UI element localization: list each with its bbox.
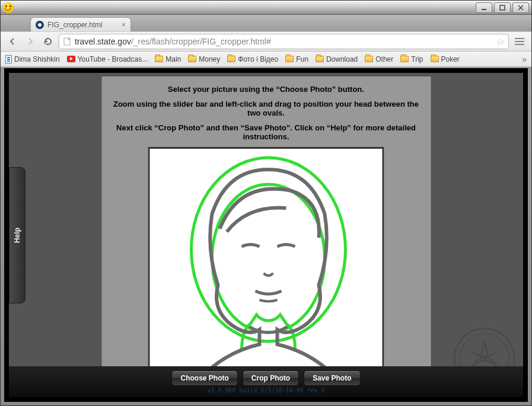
folder-icon [155,56,163,62]
page-icon [63,37,71,46]
bookmark-label: Money [199,55,220,63]
bookmark-item[interactable]: Dima Shishkin [5,55,60,63]
bookmark-label: YouTube - Broadcas... [78,55,148,63]
bookmark-label: Poker [441,55,460,63]
folder-icon [400,56,409,62]
favicon-seal-icon [36,21,44,29]
folder-icon [188,56,196,62]
folder-icon [316,56,324,62]
bookmark-item[interactable]: Main [155,55,181,63]
close-button[interactable] [512,2,529,13]
help-pullout-tab[interactable]: Help [9,167,26,303]
browser-toolbar: travel.state.gov/_res/flash/cropper/FIG_… [1,31,531,52]
flash-stage: Help Select your picture using the “Choo… [9,73,523,397]
bookmark-item[interactable]: Download [316,55,358,63]
window-controls [476,2,529,13]
svg-rect-1 [500,5,505,10]
bookmarks-bar: Dima Shishkin YouTube - Broadcas... Main… [1,52,531,67]
folder-icon [227,56,235,62]
folder-icon [431,56,439,62]
save-photo-button[interactable]: Save Photo [304,370,360,386]
bookmark-label: Dima Shishkin [14,55,60,63]
folder-icon [285,56,294,62]
bookmark-item[interactable]: Trip [400,55,423,63]
url-bar[interactable]: travel.state.gov/_res/flash/cropper/FIG_… [59,34,509,49]
bookmarks-overflow-icon[interactable]: » [522,55,527,64]
browser-tab[interactable]: FIG_cropper.html × [30,17,131,31]
bookmark-item[interactable]: Other [365,55,393,63]
crop-guide-illustration [150,149,384,383]
crop-frame[interactable] [148,147,384,383]
bookmark-label: Фото і Відео [238,55,278,63]
bottom-action-bar: Choose Photo Crop Photo Save Photo v1.0.… [9,366,523,397]
tab-title: FIG_cropper.html [47,21,103,29]
instruction-line-3: Next click “Crop Photo” and then “Save P… [107,123,425,141]
bookmark-star-icon[interactable]: ☆ [496,36,505,47]
maximize-button[interactable] [494,2,511,13]
back-button[interactable] [5,34,20,49]
tab-strip: FIG_cropper.html × [1,15,531,31]
bookmark-item[interactable]: YouTube - Broadcas... [67,55,148,63]
window-frame: FIG_cropper.html × travel.state.gov/_res… [0,0,532,406]
folder-icon [365,56,373,62]
titlebar [1,1,531,15]
menu-button[interactable] [512,38,527,45]
forward-button[interactable] [23,34,37,49]
reload-button[interactable] [41,34,55,49]
instruction-line-1: Select your picture using the “Choose Ph… [107,85,425,94]
crop-photo-button[interactable]: Crop Photo [243,370,299,386]
instruction-line-2: Zoom using the slider bar and left-click… [107,100,425,117]
doc-icon [5,55,12,63]
choose-photo-button[interactable]: Choose Photo [171,370,237,386]
url-text: travel.state.gov/_res/flash/cropper/FIG_… [75,37,493,46]
svg-rect-0 [482,9,486,10]
bookmark-item[interactable]: Фото і Відео [227,55,278,63]
build-info: v1.0.960 build 5/5/10-14:00 rev 5 [207,387,325,394]
svg-point-4 [212,184,325,333]
bookmark-label: Other [375,55,393,63]
bookmark-label: Download [326,55,358,63]
minimize-button[interactable] [476,2,492,13]
bookmark-item[interactable]: Money [188,55,220,63]
smiley-icon [3,2,14,13]
bookmark-label: Trip [411,55,423,63]
bookmark-label: Fun [296,55,308,63]
bookmark-item[interactable]: Fun [285,55,308,63]
help-tab-label: Help [13,227,21,242]
tab-close-icon[interactable]: × [121,20,126,29]
bookmark-label: Main [165,55,181,63]
content-area: Help Select your picture using the “Choo… [4,68,528,402]
cropper-panel: Select your picture using the “Choose Ph… [101,76,431,367]
youtube-icon [67,56,75,62]
bookmark-item[interactable]: Poker [431,55,460,63]
